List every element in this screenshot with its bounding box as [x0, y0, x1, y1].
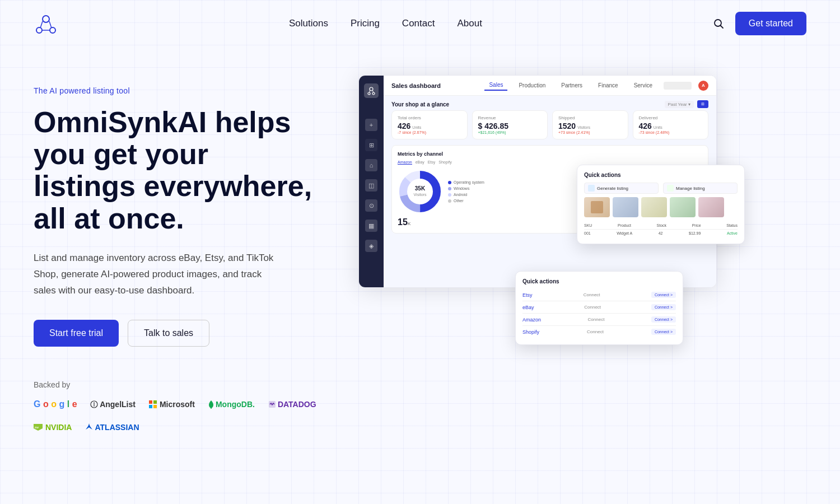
metric-value-row-3: 426 Units: [639, 122, 703, 130]
nav-links: Solutions Pricing Contact About: [289, 18, 482, 29]
legend-dot-1: [448, 187, 451, 190]
marketplace-row-amazon: Amazon Connect Connect >: [522, 314, 676, 326]
quick-actions-panel-1: Quick actions Generate listing Manage li…: [577, 165, 745, 244]
metric-unit-0: Units: [412, 125, 421, 129]
connect-amazon-btn[interactable]: Connect >: [651, 316, 676, 323]
hero-title: OmniSynkAI helps you get your listings e…: [34, 106, 325, 235]
db-avatar: A: [698, 81, 708, 91]
col-product: Product: [618, 223, 631, 227]
backed-by-section: Backed by Google AngelList: [34, 380, 325, 432]
marketplace-desc-etsy: Connect: [584, 292, 600, 297]
col-status: Status: [726, 223, 738, 227]
marketplace-desc-amazon: Connect: [588, 317, 605, 322]
product-img-2: [613, 197, 638, 217]
mongodb-icon: [208, 400, 214, 409]
talk-to-sales-button[interactable]: Talk to sales: [128, 320, 209, 347]
legend-label-3: Other: [454, 199, 464, 203]
nav-pricing[interactable]: Pricing: [351, 18, 380, 29]
db-tab-partners[interactable]: Partners: [557, 81, 587, 90]
get-started-button[interactable]: Get started: [735, 12, 806, 35]
product-img-1: [584, 197, 610, 217]
chart-tab-etsy[interactable]: Etsy: [428, 160, 436, 165]
nvidia-logo: nv NVIDIA: [34, 423, 72, 432]
db-nav-icon-7[interactable]: ◈: [365, 240, 377, 252]
search-button[interactable]: [713, 18, 724, 29]
db-nav-icon-5[interactable]: ⊙: [365, 199, 377, 212]
donut-legend: Operating system Windows Android: [448, 180, 484, 203]
metric-label-0: Total orders: [398, 115, 461, 120]
db-tab-production[interactable]: Production: [514, 81, 550, 90]
legend-label-2: Android: [454, 193, 467, 197]
db-metrics-row: Total orders 426 Units -7 since (2.67%) …: [384, 110, 716, 145]
backer-logos: Google AngelList Microsoft: [34, 399, 325, 432]
panel-table: SKU Product Stock Price Status 001 Widge…: [584, 222, 738, 237]
metric-val-2: 1520: [558, 122, 576, 130]
marketplace-name-ebay: eBay: [522, 305, 534, 310]
atlassian-logo: ATLASSIAN: [85, 423, 139, 432]
nav-contact[interactable]: Contact: [402, 18, 435, 29]
search-icon: [713, 18, 724, 29]
legend-item-2: Android: [448, 193, 484, 197]
hero-label: The AI powered listing tool: [34, 86, 325, 95]
legend-item-0: Operating system: [448, 180, 484, 184]
product-img-3: [641, 197, 667, 217]
marketplace-desc-ebay: Connect: [584, 305, 601, 310]
dashboard-mockup: + ⊞ ⌂ ◫ ⊙ ▦ ◈ Sales dashboard Sales Prod…: [358, 75, 806, 355]
db-nav-icon-2[interactable]: ⊞: [365, 139, 377, 151]
marketplace-desc-shopify: Connect: [587, 329, 604, 334]
db-nav-icon-3[interactable]: ⌂: [365, 159, 377, 171]
metric-unit-2: Visitors: [577, 125, 590, 129]
logo-icon: [34, 11, 58, 36]
chart-tab-amazon[interactable]: Amazon: [398, 160, 412, 165]
cell-stock-1: 42: [659, 231, 663, 235]
svg-line-18: [373, 91, 374, 93]
db-nav-icon-6[interactable]: ▦: [365, 220, 377, 232]
product-img-4: [670, 197, 696, 217]
donut-chart: 35K Visitors: [398, 169, 442, 214]
atlassian-icon: [85, 423, 93, 432]
svg-point-1: [36, 27, 42, 33]
metric-label-3: Delivered: [639, 115, 703, 120]
db-section-title: Your shop at a glance: [391, 101, 449, 108]
metric-delta-3: -73 since (2.48%): [639, 130, 703, 134]
db-view-toggle[interactable]: ⊞: [697, 100, 708, 108]
cell-product-1: Widget A: [617, 231, 632, 235]
metric-delta-1: +$21,616 (49%): [478, 130, 542, 134]
db-tab-sales[interactable]: Sales: [484, 80, 507, 91]
cell-price-1: $12.99: [689, 231, 701, 235]
connect-ebay-btn[interactable]: Connect >: [651, 304, 676, 310]
panel1-row-1: Generate listing Manage listing: [584, 183, 738, 194]
legend-dot-2: [448, 193, 451, 197]
chart-tabs: Amazon eBay Etsy Shopify: [398, 160, 702, 165]
db-avatar-initial: A: [702, 83, 705, 88]
legend-dot-0: [448, 181, 451, 184]
chart-tab-ebay[interactable]: eBay: [416, 160, 424, 165]
nvidia-icon: nv: [34, 424, 43, 431]
marketplace-name-etsy: Etsy: [522, 292, 533, 298]
hero-left: The AI powered listing tool OmniSynkAI h…: [34, 75, 325, 432]
nav-about[interactable]: About: [457, 18, 482, 29]
metric-total-orders: Total orders 426 Units -7 since (2.67%): [391, 110, 468, 139]
connect-etsy-btn[interactable]: Connect >: [651, 292, 676, 298]
marketplace-row-shopify: Shopify Connect Connect >: [522, 326, 676, 338]
db-logo-svg: [367, 86, 376, 95]
panel-manage-listing[interactable]: Manage listing: [663, 183, 738, 194]
db-nav-icon-4[interactable]: ◫: [365, 179, 377, 192]
start-trial-button[interactable]: Start free trial: [34, 320, 119, 347]
panel-generate-listing[interactable]: Generate listing: [584, 183, 659, 194]
metric-val-0: 426: [398, 122, 410, 130]
db-tab-finance[interactable]: Finance: [594, 81, 623, 90]
db-nav-icon-1[interactable]: +: [365, 119, 377, 131]
datadog-logo: DATADOG: [268, 400, 316, 409]
db-period-picker[interactable]: Past Year ▾: [665, 101, 694, 108]
connect-shopify-btn[interactable]: Connect >: [651, 329, 676, 335]
navbar: Solutions Pricing Contact About Get star…: [0, 0, 840, 47]
nav-solutions[interactable]: Solutions: [289, 18, 328, 29]
metric-label-2: Shipped: [558, 115, 622, 120]
db-tab-service[interactable]: Service: [629, 81, 657, 90]
metric-val-3: 426: [639, 122, 652, 130]
svg-point-0: [43, 16, 49, 22]
chart-tab-shopify[interactable]: Shopify: [438, 160, 451, 165]
cell-sku-1: 001: [584, 231, 591, 235]
logo[interactable]: [34, 11, 58, 36]
